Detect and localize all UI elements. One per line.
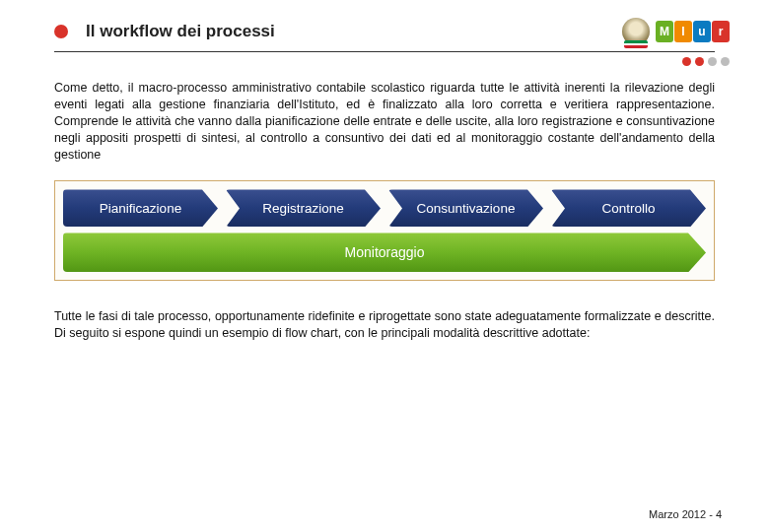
progress-dots [682, 57, 730, 66]
intro-paragraph: Come detto, il macro-processo amministra… [54, 80, 715, 163]
logo-letter: r [712, 21, 730, 42]
step-consuntivazione: Consuntivazione [388, 189, 543, 227]
step-registrazione: Registrazione [226, 189, 381, 227]
slide-header: Il workflow dei processi M I u r [0, 0, 769, 51]
logo-letter: M [656, 21, 673, 42]
step-monitoraggio: Monitoraggio [63, 233, 706, 272]
logo-letter: I [674, 21, 692, 42]
bullet-icon [54, 25, 68, 38]
dot-icon [721, 57, 730, 66]
logo-letter: u [693, 21, 711, 42]
italy-emblem-icon [622, 18, 650, 45]
workflow-diagram: Pianificazione Registrazione Consuntivaz… [54, 180, 715, 281]
step-controllo: Controllo [551, 189, 706, 227]
header-branding: M I u r [622, 18, 730, 45]
dot-icon [695, 57, 704, 66]
slide-title: Il workflow dei processi [86, 22, 275, 41]
header-divider [54, 51, 715, 52]
workflow-steps-row: Pianificazione Registrazione Consuntivaz… [63, 189, 706, 227]
outro-paragraph: Tutte le fasi di tale processo, opportun… [54, 308, 715, 342]
dot-icon [708, 57, 717, 66]
slide-footer: Marzo 2012 - 4 [649, 508, 722, 520]
dot-icon [682, 57, 691, 66]
step-pianificazione: Pianificazione [63, 189, 218, 227]
miur-logo: M I u r [656, 21, 730, 42]
